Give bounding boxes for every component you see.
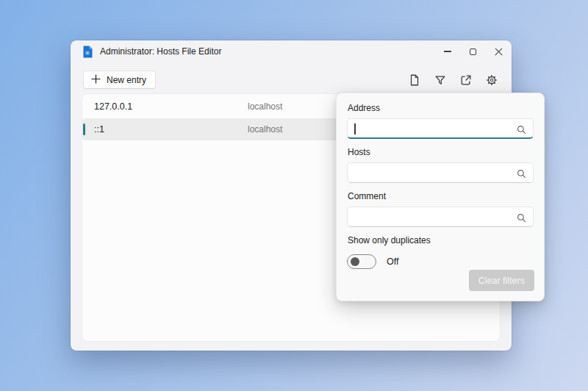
close-icon	[495, 48, 503, 56]
duplicates-toggle-label: Show only duplicates	[348, 235, 534, 245]
filter-icon	[434, 73, 447, 87]
file-icon	[408, 73, 421, 87]
duplicates-toggle-state: Off	[387, 257, 398, 267]
entry-address: 127.0.0.1	[94, 101, 132, 112]
toolbar-actions	[405, 71, 501, 90]
new-entry-label: New entry	[107, 75, 146, 85]
window-controls	[434, 40, 512, 62]
open-external-icon	[459, 73, 473, 87]
plus-icon	[91, 74, 101, 86]
hosts-filter-field	[347, 162, 534, 183]
maximize-icon	[470, 49, 476, 55]
hosts-filter-label: Hosts	[348, 147, 534, 157]
address-filter-label: Address	[348, 103, 534, 113]
settings-button[interactable]	[482, 71, 501, 90]
comment-filter-input[interactable]	[348, 207, 533, 226]
comment-filter-label: Comment	[348, 191, 534, 201]
open-external-button[interactable]	[456, 71, 476, 90]
duplicates-toggle-switch[interactable]	[347, 254, 376, 269]
new-entry-button[interactable]: New entry	[83, 71, 156, 89]
entry-address: ::1	[94, 124, 104, 134]
minimize-button[interactable]	[434, 40, 460, 62]
maximize-button[interactable]	[460, 40, 486, 62]
toggle-knob	[351, 257, 359, 266]
hosts-filter-input[interactable]	[348, 163, 533, 182]
titlebar: Administrator: Hosts File Editor	[71, 40, 512, 62]
entry-hosts: localhost	[248, 101, 282, 112]
close-button[interactable]	[486, 40, 512, 62]
filter-panel: Address Hosts Comment Show only duplicat…	[336, 93, 545, 301]
file-button[interactable]	[405, 71, 424, 90]
settings-gear-icon	[485, 73, 498, 87]
selection-accent-bar	[83, 123, 85, 135]
app-document-icon	[82, 46, 93, 58]
entry-hosts: localhost	[248, 124, 282, 134]
toolbar: New entry	[71, 71, 512, 90]
filter-button[interactable]	[431, 71, 450, 90]
comment-filter-field	[347, 207, 534, 227]
minimize-icon	[444, 51, 451, 51]
address-filter-input[interactable]	[348, 119, 533, 137]
address-filter-field	[347, 118, 534, 139]
duplicates-toggle-row: Off	[347, 254, 534, 269]
clear-filters-button[interactable]: Clear filters	[469, 270, 534, 291]
window-title: Administrator: Hosts File Editor	[100, 46, 221, 57]
text-cursor	[354, 123, 356, 134]
